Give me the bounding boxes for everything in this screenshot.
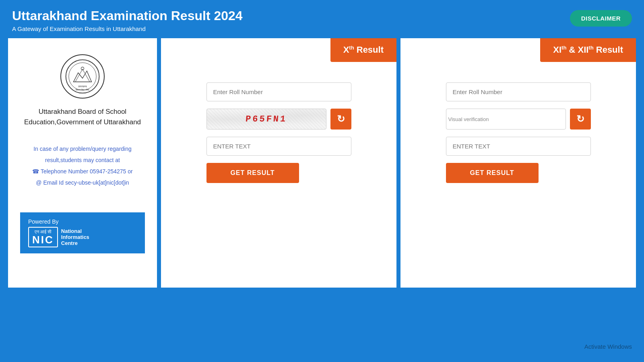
x-get-result-button[interactable]: GET RESULT	[206, 163, 299, 183]
page-subtitle: A Gateway of Examination Results in Utta…	[12, 25, 243, 32]
powered-by-label: Powered By	[28, 218, 137, 225]
nic-text: National Informatics Centre	[61, 228, 89, 246]
xii-roll-number-input[interactable]	[446, 82, 591, 101]
xii-captcha-input[interactable]	[446, 137, 591, 156]
svg-text:उत्तराखण्ड: उत्तराखण्ड	[78, 85, 87, 88]
nic-logo: एन आई सी NIC National Informatics Centre	[28, 227, 137, 247]
activate-windows-text: Activate Windows	[584, 343, 632, 350]
svg-text:विद्यालय शिक्षा परिषद्: विद्यालय शिक्षा परिषद्	[75, 88, 90, 91]
svg-point-0	[66, 60, 99, 93]
refresh-icon: ↻	[576, 113, 584, 125]
powered-by-section: Powered By एन आई सी NIC National Informa…	[20, 212, 145, 253]
xii-result-form: Visual verification ↻ GET RESULT	[446, 82, 591, 183]
xii-result-badge: XIth & XIIth Result	[540, 38, 636, 62]
main-content: उत्तराखण्ड विद्यालय शिक्षा परिषद् Uttara…	[0, 38, 644, 288]
board-name: Uttarakhand Board of School Education,Go…	[24, 107, 141, 127]
x-result-panel: Xth Result P65FN1 ↻ GET RESULT	[161, 38, 396, 288]
header: Uttarakhand Examination Result 2024 A Ga…	[0, 0, 644, 38]
x-captcha-image: P65FN1	[206, 109, 326, 130]
refresh-icon: ↻	[337, 113, 345, 125]
x-refresh-captcha-button[interactable]: ↻	[330, 109, 351, 130]
xii-result-panel: XIth & XIIth Result Visual verification …	[400, 38, 636, 288]
header-left: Uttarakhand Examination Result 2024 A Ga…	[12, 8, 243, 32]
xii-captcha-image: Visual verification	[446, 109, 566, 130]
xii-get-result-button[interactable]: GET RESULT	[446, 163, 539, 183]
x-captcha-row: P65FN1 ↻	[206, 109, 351, 130]
contact-info: In case of any problem/query regarding r…	[32, 143, 132, 188]
left-panel: उत्तराखण्ड विद्यालय शिक्षा परिषद् Uttara…	[8, 38, 157, 288]
x-result-badge: Xth Result	[330, 38, 396, 62]
x-roll-number-input[interactable]	[206, 82, 351, 101]
page-title: Uttarakhand Examination Result 2024	[12, 8, 243, 23]
board-logo: उत्तराखण्ड विद्यालय शिक्षा परिषद्	[60, 54, 105, 99]
xii-refresh-captcha-button[interactable]: ↻	[570, 109, 591, 130]
xii-captcha-row: Visual verification ↻	[446, 109, 591, 130]
x-result-form: P65FN1 ↻ GET RESULT	[206, 82, 351, 183]
disclaimer-button[interactable]: DISCLAIMER	[570, 10, 632, 27]
x-captcha-input[interactable]	[206, 137, 351, 156]
